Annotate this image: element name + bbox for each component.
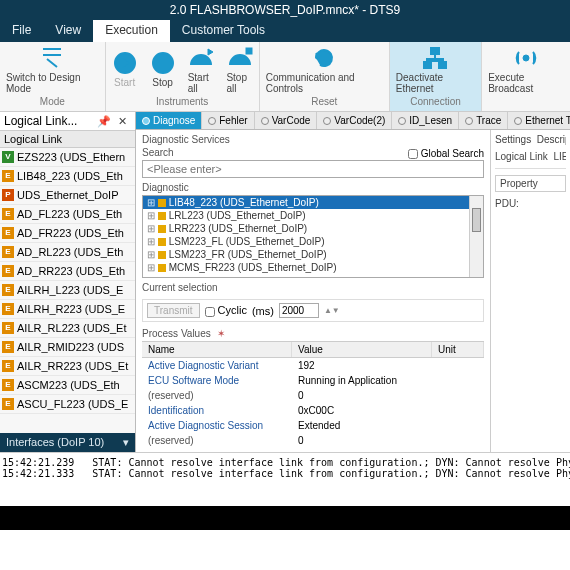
diagnostic-tree[interactable]: LIB48_223 (UDS_Ethernet_DoIP)LRL223 (UDS… [142, 195, 484, 278]
status-dot-icon [208, 117, 216, 125]
sidebar-footer[interactable]: Interfaces (DoIP 10) ▾ [0, 433, 135, 452]
list-item-label: AILR_RR223 (UDS_Et [17, 360, 128, 372]
list-item-label: ASCU_FL223 (UDS_E [17, 398, 128, 410]
table-row: ECU Software ModeRunning in Application [142, 373, 484, 388]
list-item[interactable]: EAD_FR223 (UDS_Eth [0, 224, 135, 243]
list-item[interactable]: EASCM223 (UDS_Eth [0, 376, 135, 395]
stepper-icon[interactable]: ▲▼ [324, 306, 340, 315]
tree-row[interactable]: LSM223_FL (UDS_Ethernet_DoIP) [143, 235, 483, 248]
pin-small-icon[interactable]: ✶ [217, 328, 225, 339]
table-row: (reserved)0 [142, 433, 484, 448]
list-item[interactable]: EAD_RR223 (UDS_Eth [0, 262, 135, 281]
startall-label: Start all [188, 72, 215, 94]
col-name: Name [142, 342, 292, 357]
tab-diagnose[interactable]: Diagnose [136, 112, 202, 129]
menu-tools[interactable]: Customer Tools [170, 20, 277, 42]
search-input[interactable] [142, 160, 484, 178]
group-mode-caption: Mode [40, 96, 65, 110]
gauge-play-icon [188, 45, 214, 71]
properties-panel: Settings Descripti Logical Link LIE Prop… [490, 130, 570, 452]
list-item[interactable]: EAD_RL223 (UDS_Eth [0, 243, 135, 262]
svg-rect-7 [431, 48, 439, 54]
list-item[interactable]: EAILR_RMID223 (UDS [0, 338, 135, 357]
badge-icon: P [2, 189, 14, 201]
tree-row[interactable]: LSM223_FR (UDS_Ethernet_DoIP) [143, 248, 483, 261]
tab-varcode[interactable]: VarCode [255, 112, 318, 129]
svg-rect-5 [246, 48, 252, 54]
list-item[interactable]: EASCU_FL223 (UDS_E [0, 395, 135, 414]
global-search-check[interactable]: Global Search [408, 148, 484, 159]
property-header: Property [495, 175, 566, 192]
cell-value: 0xC00C [292, 403, 432, 418]
bottom-band [0, 506, 570, 530]
list-item[interactable]: EAILRH_L223 (UDS_E [0, 281, 135, 300]
scrollbar[interactable] [469, 196, 483, 277]
global-label: Global Search [421, 148, 484, 159]
menu-file[interactable]: File [0, 20, 43, 42]
refresh-icon [311, 45, 337, 71]
descr-tab[interactable]: Descripti [537, 134, 566, 145]
cell-name: Active Diagnostic Session [142, 418, 292, 433]
badge-icon: E [2, 303, 14, 315]
list-item[interactable]: EAILRH_R223 (UDS_E [0, 300, 135, 319]
diag-label: Diagnostic [142, 182, 484, 193]
tree-row[interactable]: MCMS_FR223 (UDS_Ethernet_DoIP) [143, 261, 483, 274]
design-label: Switch to Design Mode [6, 72, 99, 94]
start-button[interactable]: Start [106, 42, 144, 96]
table-row: Identification0xC00C [142, 403, 484, 418]
table-row: (reserved)0 [142, 388, 484, 403]
comm-reset-button[interactable]: Communication and Controls [260, 42, 389, 96]
list-item[interactable]: PUDS_Ethernet_DoIP [0, 186, 135, 205]
menu-view[interactable]: View [43, 20, 93, 42]
cyclic-check[interactable]: Cyclic [205, 304, 247, 316]
cell-unit [432, 388, 484, 403]
list-item-label: AD_RL223 (UDS_Eth [17, 246, 123, 258]
design-mode-button[interactable]: Switch to Design Mode [0, 42, 105, 96]
tab-varcode(2)[interactable]: VarCode(2) [317, 112, 392, 129]
list-item[interactable]: EAILR_RL223 (UDS_Et [0, 319, 135, 338]
node-icon [158, 251, 166, 259]
ms-label: (ms) [252, 305, 274, 317]
stop-button[interactable]: Stop [144, 42, 182, 96]
list-item[interactable]: ELIB48_223 (UDS_Eth [0, 167, 135, 186]
tree-row[interactable]: LIB48_223 (UDS_Ethernet_DoIP) [143, 196, 483, 209]
sidebar-header: Logical Link [0, 131, 135, 148]
logical-link-list[interactable]: VEZS223 (UDS_EthernELIB48_223 (UDS_EthPU… [0, 148, 135, 433]
list-item[interactable]: EAD_FL223 (UDS_Eth [0, 205, 135, 224]
badge-icon: V [2, 151, 14, 163]
cell-value: Extended [292, 418, 432, 433]
tab-id_lesen[interactable]: ID_Lesen [392, 112, 459, 129]
tree-row[interactable]: LRL223 (UDS_Ethernet_DoIP) [143, 209, 483, 222]
sidebar-title: Logical Link... [4, 114, 77, 128]
list-item-label: UDS_Ethernet_DoIP [17, 189, 119, 201]
tab-trace[interactable]: Trace [459, 112, 508, 129]
tree-row[interactable]: LRR223 (UDS_Ethernet_DoIP) [143, 222, 483, 235]
list-item-label: AILRH_L223 (UDS_E [17, 284, 123, 296]
cyclic-label: Cyclic [218, 304, 247, 316]
status-dot-icon [514, 117, 522, 125]
badge-icon: E [2, 170, 14, 182]
table-row: Active Diagnostic SessionExtended [142, 418, 484, 433]
settings-tab[interactable]: Settings [495, 134, 531, 145]
chevron-down-icon: ▾ [123, 436, 129, 449]
tab-ethernet trace[interactable]: Ethernet Trace [508, 112, 570, 129]
tab-fehler[interactable]: Fehler [202, 112, 254, 129]
stop-all-button[interactable]: Stop all [220, 42, 258, 96]
menu-execution[interactable]: Execution [93, 20, 170, 42]
table-header: Name Value Unit [142, 341, 484, 358]
start-all-button[interactable]: Start all [182, 42, 221, 96]
diag-services-title: Diagnostic Services [142, 134, 484, 145]
sidebar: Logical Link... 📌 ✕ Logical Link VEZS223… [0, 112, 136, 452]
list-item[interactable]: EAILR_RR223 (UDS_Et [0, 357, 135, 376]
pin-icon[interactable]: 📌 [97, 115, 111, 127]
status-dot-icon [398, 117, 406, 125]
deact-label: Deactivate Ethernet [396, 72, 475, 94]
list-item[interactable]: VEZS223 (UDS_Ethern [0, 148, 135, 167]
execute-broadcast-button[interactable]: Execute Broadcast [482, 42, 570, 96]
deactivate-ethernet-button[interactable]: Deactivate Ethernet [390, 42, 481, 96]
badge-icon: E [2, 208, 14, 220]
transmit-button[interactable]: Transmit [147, 303, 200, 318]
close-icon[interactable]: ✕ [114, 115, 131, 127]
footer-label: Interfaces (DoIP 10) [6, 436, 104, 449]
ms-input[interactable] [279, 303, 319, 318]
